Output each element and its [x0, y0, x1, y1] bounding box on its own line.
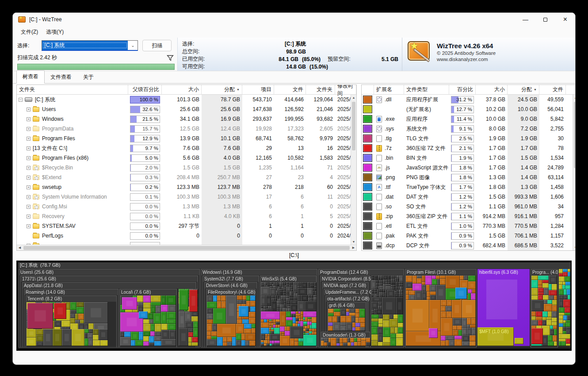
table-row[interactable]: +Users32.6 %25.6 GB25.6 GB147,638126,592…: [17, 104, 356, 114]
table-row[interactable]: .exe应用程序11.4 %10.0 GB9.0 GB5,842: [362, 114, 576, 124]
column-header-3[interactable]: 大小: [476, 85, 508, 94]
scroll-left-icon[interactable]: ◀: [17, 246, 23, 249]
website-link[interactable]: www.diskanalyzer.com: [437, 57, 496, 62]
free-space-label: 可用空间:: [182, 63, 240, 70]
scroll-up-icon[interactable]: ▲: [573, 95, 576, 100]
expand-toggle-icon[interactable]: +: [27, 117, 31, 121]
scroll-right-icon[interactable]: ▶: [351, 246, 356, 249]
table-row[interactable]: .sys系统文件9.1 %8.0 GB7.2 GB2,755: [362, 124, 576, 134]
table-row[interactable]: [362, 250, 576, 251]
percent-cell: 1.7 %: [449, 182, 476, 192]
close-button[interactable]: ×: [555, 13, 575, 26]
tab-file-view[interactable]: 文件查看: [45, 71, 77, 84]
tab-tree-view[interactable]: 树查看: [16, 70, 45, 84]
vertical-scrollbar[interactable]: ▲▼: [351, 95, 356, 245]
folders-cell: 16: [306, 143, 335, 153]
table-row[interactable]: PerfLogs0.0 %000002024/4/: [17, 231, 356, 241]
column-header-1[interactable]: 父级百分比: [128, 85, 162, 94]
filter-icon[interactable]: [167, 54, 174, 61]
expand-toggle-icon[interactable]: +: [27, 215, 31, 219]
drive-select[interactable]: [C:] 系统 ⌄: [42, 40, 138, 51]
table-row[interactable]: +Windows21.5 %34.1 GB16.9 GB293,637199,9…: [17, 114, 356, 124]
expand-toggle-icon[interactable]: +: [27, 176, 31, 180]
items-cell: 6: [242, 202, 274, 211]
table-row[interactable]: −[C:] 系统100.0 %101.3 GB78.7 GB543,710414…: [17, 95, 356, 104]
table-row[interactable]: .dcpDCP 文件0.9 %682.4 MB686.5 MB3,522: [362, 241, 576, 250]
expand-toggle-icon[interactable]: +: [27, 137, 31, 141]
table-row[interactable]: +Program Files12.9 %13.9 GB10.1 GB68,741…: [17, 134, 356, 143]
table-row[interactable]: +Program Files (x86)5.0 %5.6 GB4.0 GB12,…: [17, 153, 356, 163]
treemap-canvas[interactable]: [18, 262, 571, 349]
column-header-6[interactable]: 文件夹: [306, 85, 335, 94]
expand-toggle-icon[interactable]: +: [27, 205, 31, 209]
expand-toggle-icon[interactable]: +: [27, 107, 31, 111]
expand-toggle-icon[interactable]: +: [27, 195, 31, 199]
minimize-button[interactable]: —: [515, 13, 535, 26]
scroll-down-icon[interactable]: ▼: [351, 239, 356, 245]
table-row[interactable]: .zip360压缩 ZIP 文件1.1 %914.2 MB916.1 MB957: [362, 211, 576, 221]
files-cell: 23: [274, 173, 306, 182]
extension-cell: .bin: [374, 153, 404, 163]
expand-toggle-icon[interactable]: +: [27, 127, 31, 131]
table-row[interactable]: (无扩展名)12.7 %10.2 GB10.0 GB56,041: [362, 104, 576, 114]
table-row[interactable]: .binBIN 文件1.9 %1.7 GB1.5 GB1,534: [362, 153, 576, 163]
column-header-0[interactable]: 文件夹: [17, 85, 128, 94]
chevron-down-icon[interactable]: ⌄: [128, 41, 137, 50]
column-header-5[interactable]: 文件: [539, 85, 566, 94]
column-header-3[interactable]: 分配▼: [202, 85, 242, 94]
horizontal-scrollbar[interactable]: ◀▶: [17, 245, 356, 250]
scroll-up-icon[interactable]: ▲: [351, 95, 356, 100]
table-row[interactable]: .pakPAK 文件0.9 %1.5 GB706.1 MB1,157: [362, 231, 576, 241]
column-header-0[interactable]: 扩展名: [374, 85, 404, 94]
percent-bar: 9.7 %: [130, 145, 160, 152]
column-header-4[interactable]: 项目: [242, 85, 274, 94]
table-row[interactable]: .7z360压缩 7Z 文件2.1 %1.7 GB1.7 GB78: [362, 143, 576, 153]
expand-toggle-icon[interactable]: +: [27, 185, 31, 189]
scroll-thumb[interactable]: [23, 246, 350, 250]
table-row[interactable]: +swsetup0.2 %123.3 MB123.7 MB27821860202…: [17, 182, 356, 192]
expand-toggle-icon[interactable]: +: [27, 166, 31, 170]
expand-toggle-icon[interactable]: +: [27, 156, 31, 160]
column-header-7[interactable]: 修改时间: [335, 85, 356, 94]
treemap-container[interactable]: [16, 261, 572, 351]
column-header-2[interactable]: 百分比: [449, 85, 476, 94]
table-row[interactable]: +$Extend0.3 %208.4 MB250.7 MB272342025/7…: [17, 173, 356, 182]
table-row[interactable]: +Config.Msi0.0 %1.3 MB1.3 MB6602025/7/: [17, 202, 356, 211]
expand-toggle-icon[interactable]: +: [27, 224, 31, 228]
tab-about[interactable]: 关于: [77, 71, 99, 84]
column-header-5[interactable]: 文件: [274, 85, 306, 94]
expand-toggle-icon[interactable]: +: [27, 146, 31, 150]
menu-file[interactable]: 文件(Z): [17, 27, 42, 37]
folders-cell: 5: [306, 211, 335, 221]
table-row[interactable]: .tlgTLG 文件2.5 %1.9 GB1.9 GB30: [362, 134, 576, 143]
folder-name-cell: +ProgramData: [17, 124, 128, 134]
table-row[interactable]: .jsJavaScript 源文件1.8 %1.7 GB1.4 GB24,789: [362, 163, 576, 173]
column-header-4[interactable]: 分配▼: [508, 85, 539, 94]
vertical-scrollbar[interactable]: ▲▼: [573, 95, 576, 250]
column-header-2[interactable]: 大小: [162, 85, 202, 94]
column-header-swatch[interactable]: [362, 85, 374, 94]
table-row[interactable]: +Recovery0.0 %1.1 KB4.0 KB6152025/1/: [17, 211, 356, 221]
column-header-label: 分配: [224, 86, 235, 93]
table-row[interactable]: +ProgramData15.7 %12.5 GB12.4 GB19,92817…: [17, 124, 356, 134]
title-bar[interactable]: [C:] - WizTree — ×: [13, 13, 575, 26]
table-row[interactable]: .datDAT 文件1.2 %1.5 GB993.3 MB1,606: [362, 192, 576, 202]
table-row[interactable]: .soSO 文件1.2 %1.1 GB961.0 MB34: [362, 202, 576, 211]
table-row[interactable]: +System Volume Information0.1 %100.3 MB1…: [17, 192, 356, 202]
column-header-1[interactable]: 文件类型: [404, 85, 449, 94]
table-row[interactable]: .etlETL 文件1.0 %770.3 MB770.5 MB1,284: [362, 221, 576, 231]
scroll-thumb[interactable]: [352, 102, 355, 150]
percent-cell: 1.1 %: [449, 211, 476, 221]
menu-options[interactable]: 选项(Y): [42, 27, 67, 37]
table-row[interactable]: .pngPNG 图像1.8 %1.3 GB1.4 GB63,114: [362, 173, 576, 182]
table-row[interactable]: +SYSTEM.SAV0.0 %297 字节01102025/7/: [17, 221, 356, 231]
table-row[interactable]: +[13 文件在 C:\]9.7 %7.6 GB7.6 GB2913162025…: [17, 143, 356, 153]
scroll-down-icon[interactable]: ▼: [573, 245, 576, 250]
expand-toggle-icon[interactable]: −: [19, 98, 23, 102]
table-row[interactable]: .dll应用程序扩展31.2 %37.8 GB24.5 GB49,559: [362, 95, 576, 104]
scroll-thumb[interactable]: [574, 102, 576, 168]
table-row[interactable]: .ttfTrueType 字体文1.7 %1.8 GB1.3 GB1,458: [362, 182, 576, 192]
table-row[interactable]: +$Recycle.Bin2.0 %1.5 GB1.5 GB1,2351,164…: [17, 163, 356, 173]
scan-button[interactable]: 扫描: [142, 40, 172, 51]
maximize-button[interactable]: [535, 13, 555, 26]
